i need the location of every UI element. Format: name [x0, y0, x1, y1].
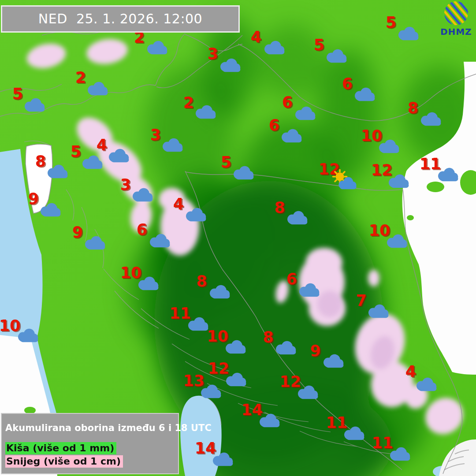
cloud-icon: [257, 413, 281, 429]
cloud-icon: [396, 26, 420, 42]
cloud-icon: [321, 353, 345, 369]
date-banner: NED 25. 1. 2026. 12:00: [1, 5, 240, 33]
station-temp-label: 9: [310, 343, 321, 359]
cloud-icon: [15, 327, 39, 344]
cloud-icon: [435, 167, 459, 183]
station-temp-label: 9: [72, 225, 83, 240]
cloud-icon: [183, 207, 207, 223]
cloud-icon: [386, 173, 410, 190]
cloud-icon: [366, 303, 390, 320]
station-temp-label: 4: [251, 30, 261, 45]
legend-item-snow: Snijeg (više od 1 cm): [5, 455, 178, 468]
legend-box: Akumulirana oborina između 6 i 18 UTC Ki…: [1, 413, 179, 474]
cloud-icon: [262, 40, 286, 56]
cloud-icon: [223, 372, 247, 388]
station-temp-label: 3: [208, 46, 218, 62]
station-temp-label: 6: [282, 95, 293, 110]
weather-map: 2435526526861034581151212394869101086711…: [0, 0, 476, 476]
cloud-icon: [297, 282, 320, 298]
station-temp-label: 8: [408, 100, 418, 116]
station-temp-label: 9: [28, 191, 39, 207]
cloud-icon: [136, 275, 160, 292]
cloud-icon: [147, 233, 171, 249]
cloud-icon: [145, 40, 168, 56]
station-temp-label: 5: [314, 37, 324, 53]
cloud-icon: [352, 86, 376, 103]
cloud-icon: [198, 383, 222, 400]
station-temp-label: 8: [263, 330, 274, 345]
cloud-icon: [342, 425, 365, 442]
station-temp-label: 2: [75, 70, 86, 86]
cloud-icon: [295, 384, 319, 401]
station-temp-label: 8: [275, 200, 285, 216]
cloud-icon: [223, 339, 247, 355]
cloud-icon: [384, 233, 408, 249]
cloud-icon: [279, 128, 303, 144]
cloud-icon: [210, 451, 234, 468]
station-temp-label: 3: [120, 177, 131, 193]
station-temp-label: 7: [356, 293, 367, 309]
station-temp-label: 4: [97, 138, 107, 153]
globe-icon: [444, 1, 469, 26]
cloud-icon: [130, 187, 154, 203]
cloud-icon: [82, 235, 106, 251]
cloud-icon: [106, 148, 130, 164]
station-temp-label: 3: [150, 127, 161, 143]
cloud-icon: [22, 97, 46, 113]
cloud-icon: [387, 446, 411, 462]
stations-layer: 2435526526861034581151212394869101086711…: [0, 0, 476, 476]
cloud-icon: [193, 104, 217, 120]
cloud-icon: [414, 376, 438, 393]
cloud-icon: [418, 111, 442, 127]
legend-item-rain: Kiša (više od 1 mm): [5, 442, 178, 454]
cloud-icon: [80, 154, 104, 171]
legend-rain-label: Kiša (više od 1 mm): [5, 442, 116, 454]
station-temp-label: 4: [173, 197, 184, 212]
cloud-icon: [376, 138, 400, 155]
cloud-icon: [45, 164, 69, 180]
station-temp-label: 8: [197, 274, 207, 289]
cloud-icon: [186, 316, 209, 332]
sun-cloud-icon: [330, 169, 359, 191]
station-temp-label: 6: [269, 118, 279, 133]
cloud-icon: [285, 210, 309, 226]
cloud-icon: [273, 340, 297, 356]
cloud-icon: [218, 57, 242, 74]
cloud-icon: [38, 202, 62, 218]
dhmz-label: DHMZ: [437, 26, 475, 37]
cloud-icon: [324, 48, 348, 64]
station-temp-label: 5: [221, 155, 231, 170]
station-temp-label: 2: [183, 95, 194, 111]
station-temp-label: 5: [12, 86, 23, 102]
cloud-icon: [85, 81, 109, 97]
station-temp-label: 6: [342, 76, 353, 92]
dhmz-logo: DHMZ: [437, 1, 475, 36]
cloud-icon: [293, 105, 316, 122]
station-temp-label: 6: [286, 271, 297, 287]
station-temp-label: 5: [386, 15, 396, 30]
cloud-icon: [160, 137, 184, 153]
legend-title: Akumulirana oborina između 6 i 18 UTC: [5, 423, 178, 433]
cloud-icon: [231, 165, 255, 181]
legend-snow-label: Snijeg (više od 1 cm): [5, 455, 123, 468]
cloud-icon: [207, 284, 231, 300]
station-temp-label: 6: [137, 222, 147, 238]
station-temp-label: 8: [35, 154, 46, 169]
